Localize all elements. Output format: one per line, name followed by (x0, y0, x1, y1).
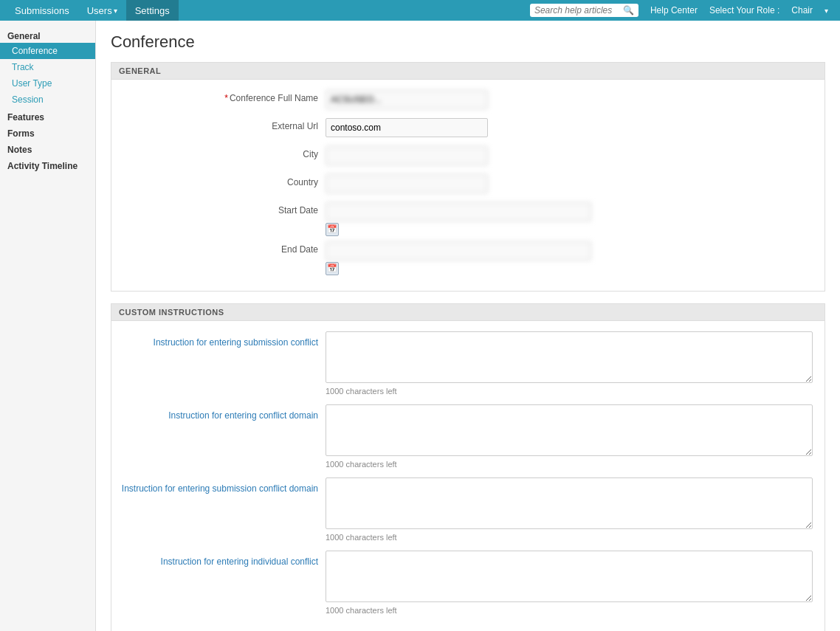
field-row-submission-conflict-domain: Instruction for entering submission conf… (111, 477, 824, 542)
input-end-date[interactable] (326, 241, 591, 261)
custom-instructions-section-header: CUSTOM INSTRUCTIONS (111, 303, 825, 321)
char-count-conflict-domain: 1000 characters left (326, 460, 817, 469)
label-conference-name: Conference Full Name (119, 90, 326, 103)
page-title: Conference (111, 32, 825, 52)
input-wrap-city (326, 146, 817, 165)
label-submission-conflict-domain: Instruction for entering submission conf… (119, 477, 326, 494)
main-content: Conference GENERAL Conference Full Name … (96, 21, 840, 631)
field-row-start-date: Start Date (111, 202, 824, 238)
input-wrap-conference-name (326, 90, 817, 109)
input-conference-name[interactable] (326, 90, 488, 109)
input-country[interactable] (326, 174, 488, 193)
input-wrap-individual-conflict: 1000 characters left (326, 551, 817, 615)
sidebar-section-notes: Notes (0, 140, 95, 156)
role-dropdown-arrow[interactable]: ▾ (819, 7, 834, 15)
field-row-conflict-domain: Instruction for entering conflict domain… (111, 404, 824, 469)
label-country: Country (119, 174, 326, 187)
field-row-external-url: External Url (111, 118, 824, 137)
sidebar-section-general: General (0, 27, 95, 43)
general-section-body: Conference Full Name External Url City (111, 80, 825, 292)
field-row-city: City (111, 146, 824, 165)
char-count-individual-conflict: 1000 characters left (326, 606, 817, 615)
start-date-calendar-icon[interactable] (326, 223, 339, 236)
label-end-date: End Date (119, 241, 326, 255)
nav-users[interactable]: Users ▾ (78, 0, 126, 21)
sidebar-section-activity-timeline: Activity Timeline (0, 156, 95, 173)
search-input[interactable] (534, 5, 623, 15)
users-dropdown-arrow: ▾ (114, 7, 117, 15)
input-external-url[interactable] (326, 118, 488, 137)
nav-role-chair[interactable]: Chair (785, 5, 819, 15)
nav-settings[interactable]: Settings (126, 0, 179, 21)
custom-instructions-section-body: Instruction for entering submission conf… (111, 321, 825, 631)
label-start-date: Start Date (119, 202, 326, 215)
input-wrap-submission-conflict-domain: 1000 characters left (326, 477, 817, 542)
search-icon[interactable]: 🔍 (623, 5, 634, 15)
sidebar-section-features: Features (0, 108, 95, 124)
char-count-submission-conflict-domain: 1000 characters left (326, 533, 817, 542)
input-start-date[interactable] (326, 202, 591, 221)
textarea-submission-conflict-domain[interactable] (326, 477, 813, 529)
field-row-conference-name: Conference Full Name (111, 90, 824, 109)
label-conflict-domain: Instruction for entering conflict domain (119, 404, 326, 421)
label-submission-conflict: Instruction for entering submission conf… (119, 331, 326, 348)
field-row-submission-conflict: Instruction for entering submission conf… (111, 331, 824, 396)
nav-select-role-label: Select Your Role : (703, 5, 785, 15)
input-wrap-country (326, 174, 817, 193)
nav-help-center[interactable]: Help Center (644, 5, 703, 15)
field-row-end-date: End Date (111, 241, 824, 277)
end-date-calendar-icon[interactable] (326, 262, 339, 275)
sidebar-item-usertype[interactable]: User Type (0, 75, 95, 92)
general-section-header: GENERAL (111, 62, 825, 80)
sidebar-item-session[interactable]: Session (0, 92, 95, 108)
textarea-submission-conflict[interactable] (326, 331, 813, 383)
label-external-url: External Url (119, 118, 326, 131)
sidebar-item-track[interactable]: Track (0, 59, 95, 75)
input-wrap-start-date (326, 202, 817, 238)
input-wrap-submission-conflict: 1000 characters left (326, 331, 817, 396)
label-city: City (119, 146, 326, 159)
field-row-country: Country (111, 174, 824, 193)
textarea-individual-conflict[interactable] (326, 551, 813, 602)
textarea-conflict-domain[interactable] (326, 404, 813, 456)
search-box: 🔍 (530, 4, 638, 17)
char-count-submission-conflict: 1000 characters left (326, 387, 817, 396)
main-layout: General Conference Track User Type Sessi… (0, 21, 840, 631)
sidebar-section-forms: Forms (0, 124, 95, 140)
top-navigation: Submissions Users ▾ Settings 🔍 Help Cent… (0, 0, 840, 21)
sidebar-item-conference[interactable]: Conference (0, 43, 95, 59)
nav-submissions[interactable]: Submissions (6, 0, 78, 21)
input-wrap-external-url (326, 118, 817, 137)
sidebar: General Conference Track User Type Sessi… (0, 21, 96, 631)
input-wrap-conflict-domain: 1000 characters left (326, 404, 817, 469)
label-individual-conflict: Instruction for entering individual conf… (119, 551, 326, 567)
input-wrap-end-date (326, 241, 817, 277)
input-city[interactable] (326, 146, 488, 165)
field-row-individual-conflict: Instruction for entering individual conf… (111, 551, 824, 615)
